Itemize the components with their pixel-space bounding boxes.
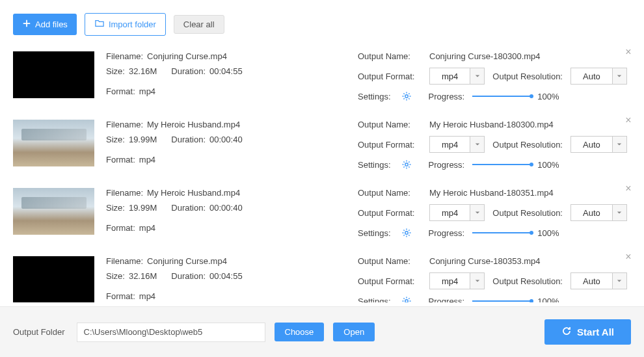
chevron-down-icon xyxy=(612,68,626,84)
output-name-label: Output Name: xyxy=(358,51,422,61)
output-name-label: Output Name: xyxy=(358,120,422,129)
duration-label: Duration: xyxy=(171,271,206,281)
progress-label: Progress: xyxy=(429,160,465,170)
filename-value: My Heroic Husband.mp4 xyxy=(147,188,240,198)
output-resolution-select[interactable]: Auto xyxy=(570,272,627,289)
size-value: 32.16M xyxy=(129,271,157,281)
gear-icon[interactable] xyxy=(401,296,412,302)
progress-label: Progress: xyxy=(429,92,465,101)
format-value: mp4 xyxy=(139,291,155,301)
output-format-value: mp4 xyxy=(430,140,470,150)
size-value: 32.16M xyxy=(129,66,157,76)
output-resolution-value: Auto xyxy=(571,140,612,150)
format-value: mp4 xyxy=(139,155,155,165)
output-folder-label: Output Folder xyxy=(13,327,65,337)
output-resolution-label: Output Resolution: xyxy=(492,72,563,81)
progress-value: 100% xyxy=(537,297,559,303)
format-label: Format: xyxy=(106,86,135,96)
size-label: Size: xyxy=(106,271,125,281)
output-format-select[interactable]: mp4 xyxy=(429,68,485,85)
output-resolution-select[interactable]: Auto xyxy=(570,136,627,153)
close-icon[interactable]: × xyxy=(623,46,634,58)
format-label: Format: xyxy=(106,291,135,301)
format-label: Format: xyxy=(106,155,135,165)
output-format-label: Output Format: xyxy=(358,276,422,286)
thumbnail xyxy=(13,188,94,235)
thumbnail xyxy=(13,51,94,98)
output-format-label: Output Format: xyxy=(358,140,422,150)
output-format-select[interactable]: mp4 xyxy=(429,204,485,221)
progress-value: 100% xyxy=(537,228,559,238)
filename-label: Filename: xyxy=(106,51,143,61)
output-resolution-select[interactable]: Auto xyxy=(570,204,627,221)
output-info: × Output Name:Conjuring Curse-180353.mp4… xyxy=(358,256,631,302)
folder-icon xyxy=(94,19,105,30)
clear-all-label: Clear all xyxy=(183,20,215,29)
import-folder-button[interactable]: Import folder xyxy=(85,13,166,36)
footer: Output Folder Choose Open Start All xyxy=(0,306,644,357)
format-value: mp4 xyxy=(139,86,155,96)
output-name-value: My Heroic Husband-180300.mp4 xyxy=(429,120,554,129)
close-icon[interactable]: × xyxy=(623,114,634,126)
progress-label: Progress: xyxy=(429,228,465,238)
gear-icon[interactable] xyxy=(401,91,412,101)
list-item: Filename: My Heroic Husband.mp4 Size: 19… xyxy=(13,179,631,247)
progress-bar: 100% xyxy=(472,92,631,101)
duration-value: 00:00:40 xyxy=(209,203,243,213)
filename-label: Filename: xyxy=(106,256,143,266)
output-resolution-value: Auto xyxy=(571,276,612,286)
output-resolution-label: Output Resolution: xyxy=(492,140,563,150)
chevron-down-icon xyxy=(612,137,626,152)
output-name-value: Conjuring Curse-180353.mp4 xyxy=(429,256,541,266)
open-button[interactable]: Open xyxy=(333,323,375,341)
output-resolution-label: Output Resolution: xyxy=(492,208,563,218)
progress-value: 100% xyxy=(537,92,559,101)
output-format-label: Output Format: xyxy=(358,72,422,81)
thumbnail xyxy=(13,256,94,302)
thumbnail xyxy=(13,120,94,166)
svg-point-1 xyxy=(405,163,407,166)
list-item: Filename: Conjuring Curse.mp4 Size: 32.1… xyxy=(13,247,631,302)
conversion-list: Filename: Conjuring Curse.mp4 Size: 32.1… xyxy=(0,42,644,302)
chevron-down-icon xyxy=(612,273,626,289)
output-resolution-label: Output Resolution: xyxy=(492,276,563,286)
format-value: mp4 xyxy=(139,223,155,233)
gear-icon[interactable] xyxy=(401,228,412,238)
output-format-value: mp4 xyxy=(430,208,470,218)
format-label: Format: xyxy=(106,223,135,233)
file-info: Filename: Conjuring Curse.mp4 Size: 32.1… xyxy=(94,51,358,101)
duration-value: 00:00:40 xyxy=(209,135,243,144)
file-info: Filename: My Heroic Husband.mp4 Size: 19… xyxy=(94,188,358,238)
gear-icon[interactable] xyxy=(401,159,412,170)
progress-value: 100% xyxy=(537,160,559,170)
list-item: Filename: Conjuring Curse.mp4 Size: 32.1… xyxy=(13,42,631,111)
progress-label: Progress: xyxy=(429,297,465,303)
file-info: Filename: My Heroic Husband.mp4 Size: 19… xyxy=(94,120,358,170)
add-files-label: Add files xyxy=(35,20,68,29)
output-resolution-select[interactable]: Auto xyxy=(570,68,627,85)
output-format-value: mp4 xyxy=(430,276,470,286)
close-icon[interactable]: × xyxy=(623,183,634,194)
duration-value: 00:04:55 xyxy=(209,271,243,281)
output-format-value: mp4 xyxy=(430,72,470,81)
chevron-down-icon xyxy=(470,273,484,289)
progress-bar: 100% xyxy=(472,297,631,303)
refresh-icon xyxy=(561,326,572,338)
choose-button[interactable]: Choose xyxy=(275,323,325,341)
size-label: Size: xyxy=(106,66,125,76)
svg-point-3 xyxy=(405,300,407,302)
start-all-button[interactable]: Start All xyxy=(544,319,631,345)
output-resolution-value: Auto xyxy=(571,208,612,218)
settings-label: Settings: xyxy=(358,160,391,170)
output-info: × Output Name:Conjuring Curse-180300.mp4… xyxy=(358,51,631,101)
clear-all-button[interactable]: Clear all xyxy=(174,15,224,34)
output-folder-input[interactable] xyxy=(77,323,265,342)
toolbar: Add files Import folder Clear all xyxy=(0,0,644,42)
close-icon[interactable]: × xyxy=(623,251,634,263)
output-format-select[interactable]: mp4 xyxy=(429,272,485,289)
add-files-button[interactable]: Add files xyxy=(13,14,77,35)
output-format-select[interactable]: mp4 xyxy=(429,136,485,153)
chevron-down-icon xyxy=(470,205,484,220)
size-label: Size: xyxy=(106,203,125,213)
output-name-label: Output Name: xyxy=(358,188,422,198)
